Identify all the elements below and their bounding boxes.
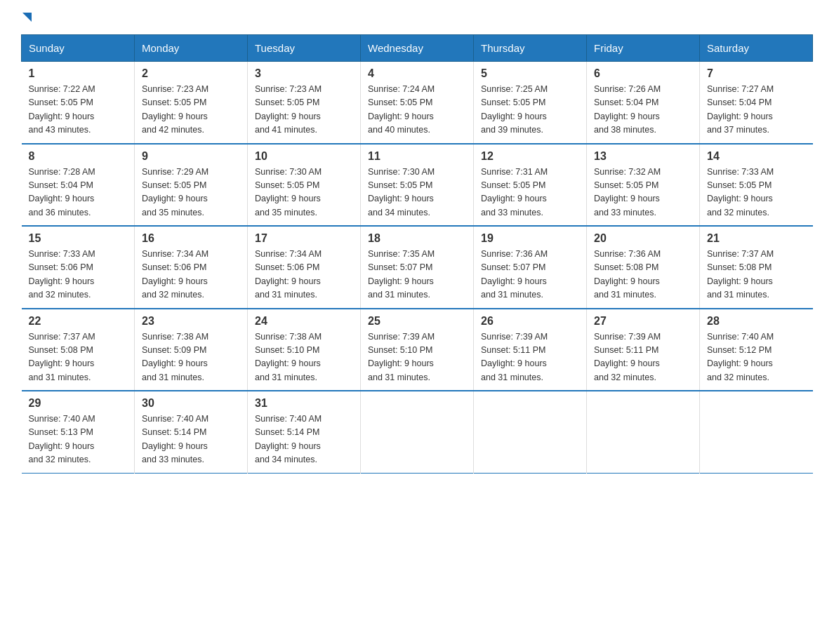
calendar-cell: 9 Sunrise: 7:29 AMSunset: 5:05 PMDayligh…: [135, 144, 248, 227]
calendar-cell: 26 Sunrise: 7:39 AMSunset: 5:11 PMDaylig…: [474, 309, 587, 391]
day-info: Sunrise: 7:39 AMSunset: 5:11 PMDaylight:…: [594, 330, 692, 385]
day-info: Sunrise: 7:33 AMSunset: 5:06 PMDaylight:…: [29, 248, 128, 302]
calendar-cell: 18 Sunrise: 7:35 AMSunset: 5:07 PMDaylig…: [361, 226, 474, 309]
day-info: Sunrise: 7:27 AMSunset: 5:04 PMDaylight:…: [707, 83, 806, 137]
day-number: 23: [142, 315, 240, 328]
header-row: Sunday Monday Tuesday Wednesday Thursday…: [22, 35, 813, 62]
day-info: Sunrise: 7:34 AMSunset: 5:06 PMDaylight:…: [142, 248, 240, 302]
day-info: Sunrise: 7:35 AMSunset: 5:07 PMDaylight:…: [368, 248, 466, 302]
day-info: Sunrise: 7:36 AMSunset: 5:07 PMDaylight:…: [481, 248, 579, 302]
day-info: Sunrise: 7:28 AMSunset: 5:04 PMDaylight:…: [29, 166, 128, 220]
col-sunday: Sunday: [22, 35, 135, 62]
day-info: Sunrise: 7:40 AMSunset: 5:14 PMDaylight:…: [142, 412, 240, 467]
calendar-cell: 22 Sunrise: 7:37 AMSunset: 5:08 PMDaylig…: [22, 309, 135, 391]
day-info: Sunrise: 7:39 AMSunset: 5:11 PMDaylight:…: [481, 330, 579, 385]
calendar-cell: 15 Sunrise: 7:33 AMSunset: 5:06 PMDaylig…: [22, 226, 135, 309]
day-info: Sunrise: 7:33 AMSunset: 5:05 PMDaylight:…: [707, 166, 806, 220]
day-number: 11: [368, 150, 466, 163]
day-number: 1: [29, 67, 128, 80]
calendar-cell: 20 Sunrise: 7:36 AMSunset: 5:08 PMDaylig…: [587, 226, 700, 309]
day-number: 15: [29, 232, 128, 245]
day-number: 3: [255, 67, 353, 80]
day-info: Sunrise: 7:23 AMSunset: 5:05 PMDaylight:…: [142, 83, 240, 137]
calendar-cell: [587, 391, 700, 473]
day-number: 17: [255, 232, 353, 245]
calendar-cell: 7 Sunrise: 7:27 AMSunset: 5:04 PMDayligh…: [700, 62, 813, 144]
day-info: Sunrise: 7:31 AMSunset: 5:05 PMDaylight:…: [481, 166, 579, 220]
day-number: 28: [707, 315, 806, 328]
calendar-cell: 24 Sunrise: 7:38 AMSunset: 5:10 PMDaylig…: [248, 309, 361, 391]
calendar-cell: 16 Sunrise: 7:34 AMSunset: 5:06 PMDaylig…: [135, 226, 248, 309]
day-number: 18: [368, 232, 466, 245]
day-info: Sunrise: 7:40 AMSunset: 5:14 PMDaylight:…: [255, 412, 353, 467]
day-info: Sunrise: 7:36 AMSunset: 5:08 PMDaylight:…: [594, 248, 692, 302]
calendar-cell: [474, 391, 587, 473]
day-number: 22: [29, 315, 128, 328]
col-wednesday: Wednesday: [361, 35, 474, 62]
day-info: Sunrise: 7:32 AMSunset: 5:05 PMDaylight:…: [594, 166, 692, 220]
day-info: Sunrise: 7:23 AMSunset: 5:05 PMDaylight:…: [255, 83, 353, 137]
day-number: 2: [142, 67, 240, 80]
day-number: 27: [594, 315, 692, 328]
calendar-cell: [361, 391, 474, 473]
day-info: Sunrise: 7:34 AMSunset: 5:06 PMDaylight:…: [255, 248, 353, 302]
day-number: 26: [481, 315, 579, 328]
calendar-cell: 27 Sunrise: 7:39 AMSunset: 5:11 PMDaylig…: [587, 309, 700, 391]
day-number: 29: [29, 397, 128, 410]
calendar-week-row: 29 Sunrise: 7:40 AMSunset: 5:13 PMDaylig…: [22, 391, 813, 473]
col-thursday: Thursday: [474, 35, 587, 62]
calendar-cell: 13 Sunrise: 7:32 AMSunset: 5:05 PMDaylig…: [587, 144, 700, 227]
calendar-cell: 31 Sunrise: 7:40 AMSunset: 5:14 PMDaylig…: [248, 391, 361, 473]
day-number: 16: [142, 232, 240, 245]
day-number: 19: [481, 232, 579, 245]
calendar-week-row: 1 Sunrise: 7:22 AMSunset: 5:05 PMDayligh…: [22, 62, 813, 144]
day-number: 14: [707, 150, 806, 163]
calendar-cell: 29 Sunrise: 7:40 AMSunset: 5:13 PMDaylig…: [22, 391, 135, 473]
day-info: Sunrise: 7:38 AMSunset: 5:09 PMDaylight:…: [142, 330, 240, 385]
day-info: Sunrise: 7:38 AMSunset: 5:10 PMDaylight:…: [255, 330, 353, 385]
day-number: 31: [255, 397, 353, 410]
day-number: 9: [142, 150, 240, 163]
calendar-week-row: 15 Sunrise: 7:33 AMSunset: 5:06 PMDaylig…: [22, 226, 813, 309]
page-header: [21, 14, 813, 20]
col-tuesday: Tuesday: [248, 35, 361, 62]
calendar-cell: 12 Sunrise: 7:31 AMSunset: 5:05 PMDaylig…: [474, 144, 587, 227]
calendar-week-row: 8 Sunrise: 7:28 AMSunset: 5:04 PMDayligh…: [22, 144, 813, 227]
calendar-cell: 8 Sunrise: 7:28 AMSunset: 5:04 PMDayligh…: [22, 144, 135, 227]
calendar-table: Sunday Monday Tuesday Wednesday Thursday…: [21, 34, 813, 474]
day-info: Sunrise: 7:29 AMSunset: 5:05 PMDaylight:…: [142, 166, 240, 220]
calendar-cell: 1 Sunrise: 7:22 AMSunset: 5:05 PMDayligh…: [22, 62, 135, 144]
day-number: 20: [594, 232, 692, 245]
calendar-cell: 4 Sunrise: 7:24 AMSunset: 5:05 PMDayligh…: [361, 62, 474, 144]
col-saturday: Saturday: [700, 35, 813, 62]
calendar-cell: 21 Sunrise: 7:37 AMSunset: 5:08 PMDaylig…: [700, 226, 813, 309]
day-info: Sunrise: 7:26 AMSunset: 5:04 PMDaylight:…: [594, 83, 692, 137]
day-info: Sunrise: 7:30 AMSunset: 5:05 PMDaylight:…: [255, 166, 353, 220]
day-number: 8: [29, 150, 128, 163]
calendar-cell: 10 Sunrise: 7:30 AMSunset: 5:05 PMDaylig…: [248, 144, 361, 227]
day-number: 6: [594, 67, 692, 80]
day-number: 4: [368, 67, 466, 80]
calendar-cell: 23 Sunrise: 7:38 AMSunset: 5:09 PMDaylig…: [135, 309, 248, 391]
calendar-cell: [700, 391, 813, 473]
day-number: 12: [481, 150, 579, 163]
calendar-cell: 30 Sunrise: 7:40 AMSunset: 5:14 PMDaylig…: [135, 391, 248, 473]
day-number: 30: [142, 397, 240, 410]
logo: [21, 14, 32, 20]
day-number: 21: [707, 232, 806, 245]
day-number: 24: [255, 315, 353, 328]
calendar-cell: 6 Sunrise: 7:26 AMSunset: 5:04 PMDayligh…: [587, 62, 700, 144]
day-info: Sunrise: 7:37 AMSunset: 5:08 PMDaylight:…: [707, 248, 806, 302]
day-number: 25: [368, 315, 466, 328]
calendar-cell: 17 Sunrise: 7:34 AMSunset: 5:06 PMDaylig…: [248, 226, 361, 309]
day-number: 5: [481, 67, 579, 80]
day-info: Sunrise: 7:22 AMSunset: 5:05 PMDaylight:…: [29, 83, 128, 137]
day-info: Sunrise: 7:24 AMSunset: 5:05 PMDaylight:…: [368, 83, 466, 137]
calendar-cell: 11 Sunrise: 7:30 AMSunset: 5:05 PMDaylig…: [361, 144, 474, 227]
day-number: 13: [594, 150, 692, 163]
calendar-cell: 2 Sunrise: 7:23 AMSunset: 5:05 PMDayligh…: [135, 62, 248, 144]
logo-arrow-icon: [22, 13, 32, 22]
calendar-cell: 25 Sunrise: 7:39 AMSunset: 5:10 PMDaylig…: [361, 309, 474, 391]
day-info: Sunrise: 7:40 AMSunset: 5:12 PMDaylight:…: [707, 330, 806, 385]
calendar-cell: 28 Sunrise: 7:40 AMSunset: 5:12 PMDaylig…: [700, 309, 813, 391]
